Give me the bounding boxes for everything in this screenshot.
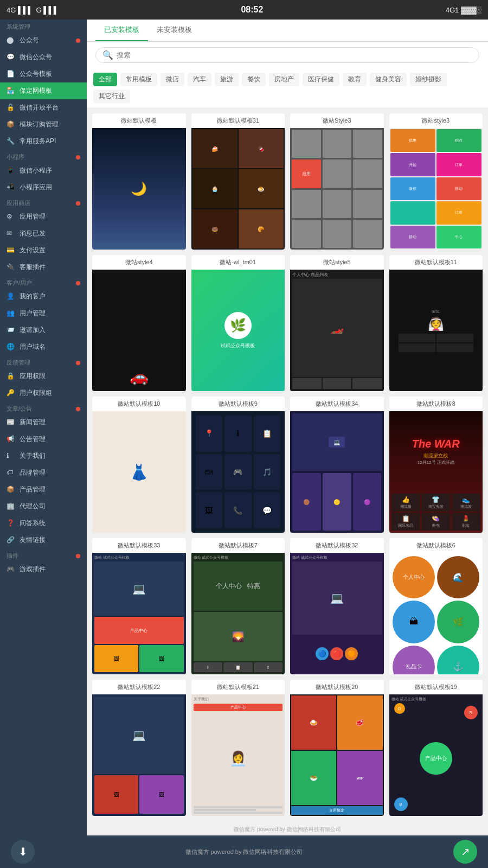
sidebar-item-brand[interactable]: 🏷 品牌管理 [0,464,87,481]
sidebar-item-qa[interactable]: ❓ 问答系统 [0,515,87,532]
filter-food[interactable]: 餐饮 [242,73,266,86]
template-card-2[interactable]: 微站默认模板31 🍰 🍫 🧁 🍮 🍩 🥐 [191,113,285,250]
template-card-12[interactable]: 微站默认模板8 The WAR 潮流派立战 12月12号 正式开战 👍潮流服 👕… [389,397,483,533]
template-preview-14: 微站 试式公众号模板 个人中心 特惠 🌄 ⬇ 📋 ⬆ [191,553,285,674]
template-card-6[interactable]: 微站-wl_tm01 🌿 试试公众号模板 [191,255,285,391]
sidebar-item-payment[interactable]: 💳 支付设置 [0,242,87,259]
sidebar-item-module-mgmt[interactable]: 📦 模块订购管理 [0,116,87,133]
filter-common[interactable]: 常用模板 [120,73,157,86]
filter-all[interactable]: 全部 [93,73,117,86]
sidebar-item-gzh-moban[interactable]: 📄 公众号模板 [0,66,87,82]
sidebar-item-miniapp-use[interactable]: 📲 小程序应用 [0,179,87,196]
news-icon: 📰 [7,418,15,427]
open-icon: 🔓 [7,104,15,112]
tab-installed[interactable]: 已安装模板 [95,20,148,41]
sidebar-label: 问答系统 [20,519,46,528]
sidebar-item-about-us[interactable]: ℹ 关于我们 [0,448,87,464]
sidebar-item-links[interactable]: 🔗 友情链接 [0,532,87,548]
template-card-18[interactable]: 微站默认模板21 关于我们 产品中心 👩‍💼 [191,680,285,816]
feedback-label: 反馈管理 [7,359,30,367]
sidebar-item-plugin[interactable]: 🔌 客服插件 [0,259,87,276]
share-button[interactable]: ↗ [453,840,477,864]
sidebar-label: 应用管理 [20,212,46,221]
sidebar-label: 微信公众号 [20,53,52,62]
badge [76,39,80,43]
sidebar-item-weixin-open[interactable]: 🔓 微信开放平台 [0,99,87,116]
customer-icon: 👤 [7,292,15,301]
template-preview-10: 📍 ℹ 📋 🍽 🎮 🎵 🖼 📞 💬 [191,411,285,533]
template-title-9: 微站默认模板10 [92,397,186,411]
sidebar-item-user-roles[interactable]: 🔑 用户权限组 [0,385,87,401]
lock-icon: 🔒 [7,372,15,381]
sidebar-item-game-plugin[interactable]: 🎮 游戏插件 [0,561,87,578]
mgmt-icon: ⚙ [7,213,15,221]
sidebar-item-news-mgmt[interactable]: 📰 新闻管理 [0,414,87,431]
game-icon: 🎮 [7,565,15,574]
sidebar-item-user-domain[interactable]: 🌐 用户域名 [0,339,87,355]
filter-medical[interactable]: 医疗保健 [303,73,339,86]
wechat-icon: 💬 [7,53,15,62]
sidebar-item-app-mgmt[interactable]: ⚙ 应用管理 [0,208,87,225]
template-card-11[interactable]: 微站默认模板34 💻 🟤 🟡 🟣 [290,397,384,533]
template-card-3[interactable]: 微站Style3 启用 [290,113,384,250]
sidebar-item-agency[interactable]: 🏢 代理公司 [0,498,87,515]
sidebar-item-msg-sent[interactable]: ✉ 消息已发 [0,225,87,242]
sidebar-item-api[interactable]: 🔧 常用服务API [0,133,87,150]
sidebar-item-user-mgmt[interactable]: 👥 用户管理 [0,305,87,322]
template-preview-17: 💻 🖼 🖼 [92,694,186,816]
search-input[interactable] [117,51,472,59]
filter-wedding[interactable]: 婚纱摄影 [410,73,447,86]
sidebar-item-baoding-moban[interactable]: 🏪 保定网模板 [0,82,87,99]
template-card-4[interactable]: 微站style3 优惠 积点 开始 订单 微信 群助 订单 群助 中心 [389,113,483,250]
template-card-13[interactable]: 微站默认模板33 微站 试式公众号模板 💻 产品中心 🖼 🖼 [92,538,186,674]
template-title-13: 微站默认模板33 [92,538,186,553]
clock: 08:52 [241,5,263,15]
filter-other[interactable]: 其它行业 [93,90,130,103]
template-card-7[interactable]: 微站style5 个人中心 商品列表 🏎️ [290,255,384,391]
plugins-label: 插件 [7,552,18,560]
sidebar-item-permissions[interactable]: 🔒 应用权限 [0,368,87,385]
template-card-10[interactable]: 微站默认模板9 📍 ℹ 📋 🍽 🎮 🎵 🖼 📞 💬 [191,397,285,533]
template-card-14[interactable]: 微站默认模板7 微站 试式公众号模板 个人中心 特惠 🌄 ⬇ 📋 ⬆ [191,538,285,674]
pay-icon: 💳 [7,246,15,255]
sidebar-label: 支付设置 [20,246,46,255]
template-card-5[interactable]: 微站style4 🚗 [92,255,186,391]
share-icon: ↗ [461,845,470,858]
template-card-17[interactable]: 微站默认模板22 💻 🖼 🖼 [92,680,186,816]
filter-shop[interactable]: 微店 [160,73,184,86]
filter-fitness[interactable]: 健身美容 [370,73,407,86]
sidebar-label: 公告管理 [20,435,46,444]
template-card-1[interactable]: 微站默认模板 [92,113,186,250]
article-label: 文章/公告 [7,405,32,413]
sidebar-item-wx-miniapp[interactable]: 📱 微信小程序 [0,162,87,179]
template-card-20[interactable]: 微站默认模板19 微站 试式公众号模板 产品中心 R B O [389,680,483,816]
download-button[interactable]: ⬇ [11,840,35,864]
sidebar-item-weixin-gzh[interactable]: 💬 微信公众号 [0,49,87,66]
article-badge [76,407,80,411]
template-card-9[interactable]: 微站默认模板10 👗 [92,397,186,533]
template-preview-16: 个人中心 🌊 🏔 🌿 礼品卡 ⚓ [389,553,483,674]
template-card-8[interactable]: 微站默认模板11 9/31 👰 [389,255,483,391]
role-icon: 🔑 [7,389,15,398]
filter-education[interactable]: 教育 [343,73,367,86]
tab-not-installed[interactable]: 未安装模板 [148,20,201,41]
content-area: 已安装模板 未安装模板 🔍 全部 常用模板 微店 汽车 旅游 餐饮 房地产 医疗… [87,20,488,835]
footer: 微信魔方 powered by 微信网络科技有限公司 [87,821,488,835]
sidebar-item-product[interactable]: 📦 产品管理 [0,481,87,498]
sidebar: 系统管理 ⬤ 公众号 💬 微信公众号 📄 公众号模板 🏪 保定网模板 🔓 微信开… [0,20,87,835]
sidebar-item-gonzhonghao[interactable]: ⬤ 公众号 [0,32,87,49]
link-icon: 🔗 [7,536,15,545]
template-card-16[interactable]: 微站默认模板6 个人中心 🌊 🏔 🌿 礼品卡 ⚓ [389,538,483,674]
template-card-19[interactable]: 微站默认模板20 🍛 🥩 🥗 VIP 立即预定 [290,680,384,816]
sidebar-item-notice-mgmt[interactable]: 📢 公告管理 [0,431,87,448]
top-tabs: 已安装模板 未安装模板 [87,20,488,42]
sidebar-item-invite[interactable]: 📨 邀请加入 [0,322,87,339]
filter-travel[interactable]: 旅游 [215,73,239,86]
feedback-badge [76,361,80,365]
template-title-15: 微站默认模板32 [290,538,384,553]
filter-realestate[interactable]: 房地产 [269,73,299,86]
template-card-15[interactable]: 微站默认模板32 微站 试式公众号模板 💻 🔵 🔴 🟠 [290,538,384,674]
template-preview-4: 优惠 积点 开始 订单 微信 群助 订单 群助 中心 [389,128,483,250]
filter-car[interactable]: 汽车 [188,73,211,86]
sidebar-item-my-customers[interactable]: 👤 我的客户 [0,288,87,305]
